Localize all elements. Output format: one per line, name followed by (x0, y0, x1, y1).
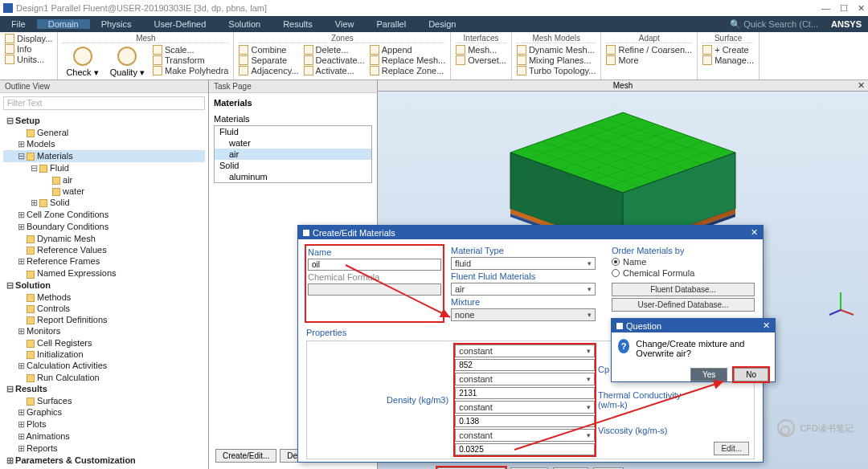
expand-icon[interactable]: ⊞ (31, 198, 37, 208)
tree-item[interactable]: ⊞ Models (3, 138, 205, 150)
tree-item[interactable]: Run Calculation (3, 372, 205, 383)
tree-item[interactable]: Report Definitions (3, 314, 205, 325)
ribbon-item[interactable]: Scale... (153, 45, 229, 55)
yes-button[interactable]: Yes (690, 368, 727, 381)
materials-list[interactable]: FluidwaterairSolidaluminum (214, 125, 372, 183)
expand-icon[interactable]: ⊞ (18, 139, 24, 149)
expand-icon[interactable]: ⊞ (18, 443, 24, 454)
ribbon-item[interactable]: + Create (702, 45, 754, 55)
tree-item[interactable]: ⊞ Parameters & Customization (3, 455, 205, 467)
ribbon-item[interactable]: Overset... (456, 55, 506, 65)
menu-physics[interactable]: Physics (90, 19, 143, 29)
tree-item[interactable]: ⊞ Animations (3, 430, 205, 442)
formula-input[interactable] (308, 283, 441, 296)
ribbon-check[interactable]: Check ▾ (63, 45, 101, 80)
tree-item[interactable]: water (3, 186, 205, 197)
expand-icon[interactable]: ⊞ (18, 326, 24, 336)
dialog-close-icon[interactable]: ✕ (751, 227, 758, 238)
tree-item[interactable]: ⊞ Reference Frames (3, 255, 205, 267)
tree-item[interactable]: ⊞ Graphics (3, 406, 205, 418)
ribbon-item[interactable]: Mixing Planes... (517, 55, 596, 65)
list-item[interactable]: air (215, 149, 371, 160)
close-icon[interactable]: ✕ (858, 3, 865, 14)
menu-design[interactable]: Design (417, 19, 467, 29)
ribbon-item[interactable]: Units... (5, 55, 52, 64)
expand-icon[interactable]: ⊟ (6, 384, 13, 394)
ribbon-item[interactable]: Separate (239, 55, 298, 65)
order-formula-radio[interactable]: Chemical Formula (612, 268, 755, 278)
menu-user-defined[interactable]: User-Defined (143, 19, 218, 29)
tree-item[interactable]: Reference Values (3, 244, 205, 255)
menu-view[interactable]: View (324, 19, 366, 29)
tree-item[interactable]: ⊞ Calculation Activities (3, 360, 205, 372)
expand-icon[interactable]: ⊞ (18, 431, 24, 442)
menu-domain[interactable]: Domain (37, 19, 90, 29)
tree-item[interactable]: ⊞ Reports (3, 442, 205, 455)
question-titlebar[interactable]: Question ✕ (612, 319, 775, 332)
tree-item[interactable]: Initialization (3, 349, 205, 360)
cp-method-select[interactable]: constant (455, 373, 595, 385)
tree-item[interactable]: ⊟ Results (3, 383, 205, 395)
expand-icon[interactable]: ⊞ (18, 210, 24, 220)
tree-item[interactable]: Methods (3, 292, 205, 303)
name-input[interactable] (308, 259, 441, 271)
mixture-select[interactable]: none (451, 308, 596, 321)
expand-icon[interactable]: ⊞ (18, 407, 24, 418)
tc-method-select[interactable]: constant (455, 401, 595, 414)
ribbon-item[interactable]: More (606, 55, 692, 65)
density-input[interactable] (455, 359, 595, 371)
ribbon-item[interactable]: Replace Zone... (370, 66, 445, 75)
ribbon-item[interactable]: Display... (5, 34, 52, 43)
edit-property-button[interactable]: Edit... (714, 442, 749, 455)
tree-item[interactable]: ⊞ Monitors (3, 325, 205, 337)
ribbon-item[interactable]: Dynamic Mesh... (517, 45, 596, 55)
list-item[interactable]: water (215, 137, 371, 149)
filter-input[interactable]: Filter Text (3, 96, 205, 110)
list-item[interactable]: Fluid (215, 126, 371, 137)
ribbon-item[interactable]: Deactivate... (304, 55, 365, 65)
question-close-icon[interactable]: ✕ (763, 320, 770, 331)
maximize-icon[interactable]: ☐ (840, 3, 848, 14)
tree-item[interactable]: Dynamic Mesh (3, 233, 205, 244)
fluent-database-button[interactable]: Fluent Database... (612, 283, 755, 296)
tree-item[interactable]: Named Expressions (3, 267, 205, 279)
create-edit-button[interactable]: Create/Edit... (215, 449, 276, 463)
order-name-radio[interactable]: Name (612, 257, 755, 267)
ribbon-item[interactable]: Append (370, 45, 445, 55)
minimize-icon[interactable]: — (821, 3, 830, 14)
expand-icon[interactable]: ⊞ (18, 419, 24, 430)
expand-icon[interactable]: ⊟ (18, 151, 24, 161)
menu-parallel[interactable]: Parallel (365, 19, 417, 29)
tree-item[interactable]: ⊞ Boundary Conditions (3, 221, 205, 233)
visc-method-select[interactable]: constant (455, 429, 595, 442)
expand-icon[interactable]: ⊞ (6, 455, 13, 466)
tree-item[interactable]: Controls (3, 303, 205, 314)
tc-input[interactable] (455, 415, 595, 427)
ribbon-quality[interactable]: Quality ▾ (107, 45, 148, 80)
tree-item[interactable]: Surfaces (3, 395, 205, 406)
tree-item[interactable]: ⊞ Plots (3, 418, 205, 430)
ribbon-item[interactable]: Info (5, 44, 52, 54)
menu-solution[interactable]: Solution (217, 19, 272, 29)
fluent-materials-select[interactable]: air (451, 283, 596, 296)
material-type-select[interactable]: fluid (451, 257, 596, 270)
expand-icon[interactable]: ⊟ (6, 280, 13, 291)
ribbon-item[interactable]: Activate... (304, 66, 365, 75)
tree-item[interactable]: air (3, 174, 205, 186)
dialog-titlebar[interactable]: Create/Edit Materials ✕ (298, 226, 763, 239)
tree-item[interactable]: ⊟ Fluid (3, 162, 205, 174)
cp-input[interactable] (455, 387, 595, 399)
list-item[interactable]: Solid (215, 160, 371, 171)
ribbon-item[interactable]: Make Polyhedra (153, 66, 229, 75)
ribbon-item[interactable]: Mesh... (456, 45, 506, 55)
expand-icon[interactable]: ⊞ (18, 256, 24, 267)
tree-item[interactable]: ⊟ Materials (3, 150, 205, 162)
ribbon-item[interactable]: Delete... (304, 45, 365, 55)
menu-results[interactable]: Results (272, 19, 324, 29)
ribbon-item[interactable]: Replace Mesh... (370, 55, 445, 65)
expand-icon[interactable]: ⊟ (31, 163, 37, 173)
density-method-select[interactable]: constant (455, 345, 595, 357)
no-button[interactable]: No (734, 368, 768, 381)
ribbon-item[interactable]: Transform (153, 55, 229, 65)
list-item[interactable]: aluminum (215, 171, 371, 182)
